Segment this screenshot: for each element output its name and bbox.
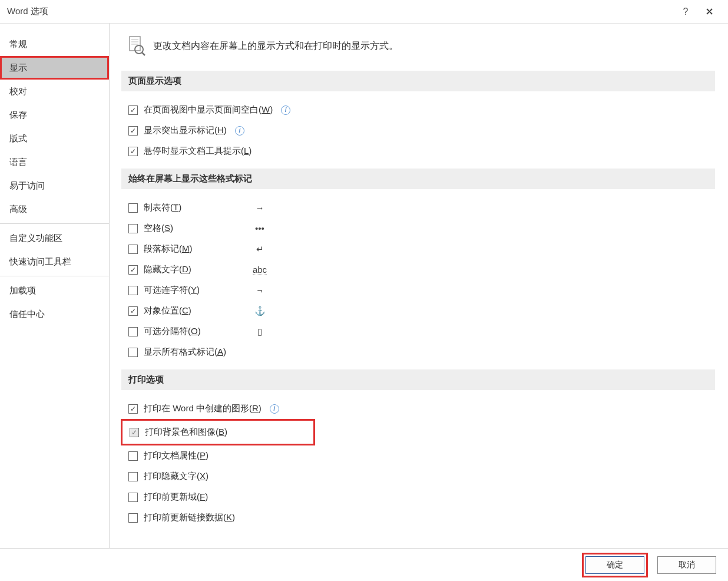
option-label: 显示突出显示标记(H) bbox=[144, 125, 227, 136]
option-label: 对象位置(C) bbox=[144, 305, 191, 316]
format-symbol: ▯ bbox=[251, 326, 269, 337]
titlebar: Word 选项 ? ✕ bbox=[0, 0, 728, 24]
format-marks-opt-5: 对象位置(C)⚓ bbox=[121, 301, 728, 321]
sidebar-item-版式[interactable]: 版式 bbox=[0, 127, 109, 150]
checkbox[interactable] bbox=[128, 245, 138, 254]
option-label: 显示所有格式标记(A) bbox=[144, 346, 226, 358]
option-label: 打印文档属性(P) bbox=[144, 450, 209, 461]
checkbox[interactable] bbox=[128, 451, 138, 461]
sidebar-item-易于访问[interactable]: 易于访问 bbox=[0, 174, 109, 197]
format-symbol: ↵ bbox=[251, 244, 269, 255]
dialog-title: Word 选项 bbox=[7, 6, 674, 17]
checkbox[interactable] bbox=[128, 472, 138, 481]
info-icon[interactable]: i bbox=[281, 105, 290, 115]
section-page-display: 页面显示选项 bbox=[121, 71, 715, 91]
sidebar-item-保存[interactable]: 保存 bbox=[0, 103, 109, 127]
sidebar-item-语言[interactable]: 语言 bbox=[0, 150, 109, 174]
info-icon[interactable]: i bbox=[270, 404, 279, 414]
option-label: 打印背景色和图像(B) bbox=[145, 427, 227, 438]
page-magnifier-icon bbox=[127, 35, 146, 57]
option-label: 可选连字符(Y) bbox=[144, 285, 200, 296]
page-display-opt-1: 显示突出显示标记(H)i bbox=[121, 120, 728, 141]
help-icon[interactable]: ? bbox=[674, 6, 697, 17]
print-opts-opt-4: 打印前更新域(F) bbox=[121, 487, 728, 507]
sidebar-item-显示[interactable]: 显示 bbox=[0, 56, 109, 80]
print-opts-opt-5: 打印前更新链接数据(K) bbox=[121, 507, 728, 528]
page-display-opt-2: 悬停时显示文档工具提示(L) bbox=[121, 141, 728, 161]
sidebar-item-高级[interactable]: 高级 bbox=[0, 197, 109, 221]
sidebar: 常规显示校对保存版式语言易于访问高级自定义功能区快速访问工具栏加载项信任中心 bbox=[0, 24, 110, 548]
format-marks-opt-7: 显示所有格式标记(A) bbox=[121, 342, 728, 362]
checkbox[interactable] bbox=[128, 306, 138, 316]
option-label: 打印前更新域(F) bbox=[144, 491, 208, 503]
format-symbol: ⚓ bbox=[251, 306, 269, 316]
print-opts-opt-2: 打印文档属性(P) bbox=[121, 445, 728, 466]
dialog-footer: 确定 取消 bbox=[0, 548, 728, 581]
info-icon[interactable]: i bbox=[235, 126, 244, 136]
checkbox[interactable] bbox=[128, 404, 138, 414]
format-marks-opt-2: 段落标记(M)↵ bbox=[121, 239, 728, 259]
svg-line-5 bbox=[142, 52, 145, 55]
option-label: 打印前更新链接数据(K) bbox=[144, 512, 235, 523]
format-marks-opt-4: 可选连字符(Y)¬ bbox=[121, 280, 728, 301]
checkbox[interactable] bbox=[128, 493, 138, 502]
checkbox[interactable] bbox=[128, 147, 138, 156]
sidebar-item-快速访问工具栏[interactable]: 快速访问工具栏 bbox=[0, 250, 109, 273]
content-pane: 更改文档内容在屏幕上的显示方式和在打印时的显示方式。 页面显示选项 在页面视图中… bbox=[110, 24, 728, 548]
option-label: 段落标记(M) bbox=[144, 243, 193, 255]
sidebar-item-校对[interactable]: 校对 bbox=[0, 80, 109, 103]
option-label: 空格(S) bbox=[144, 223, 173, 234]
option-label: 打印隐藏文字(X) bbox=[144, 471, 209, 482]
format-marks-opt-6: 可选分隔符(O)▯ bbox=[121, 321, 728, 342]
checkbox[interactable] bbox=[128, 513, 138, 523]
checkbox[interactable] bbox=[128, 348, 138, 357]
checkbox[interactable] bbox=[128, 286, 138, 295]
format-marks-opt-0: 制表符(T)→ bbox=[121, 197, 728, 218]
option-label: 可选分隔符(O) bbox=[144, 326, 201, 337]
page-display-opt-0: 在页面视图中显示页面间空白(W)i bbox=[121, 100, 728, 120]
sidebar-item-自定义功能区[interactable]: 自定义功能区 bbox=[0, 226, 109, 250]
option-label: 打印在 Word 中创建的图形(R) bbox=[144, 403, 262, 414]
sidebar-item-加载项[interactable]: 加载项 bbox=[0, 279, 109, 302]
checkbox[interactable] bbox=[128, 105, 138, 115]
section-print-opts: 打印选项 bbox=[121, 369, 715, 390]
format-symbol: ¬ bbox=[251, 285, 269, 295]
checkbox[interactable] bbox=[128, 327, 138, 336]
checkbox[interactable] bbox=[128, 126, 138, 136]
format-marks-opt-3: 隐藏文字(D)abc bbox=[121, 259, 728, 280]
format-marks-opt-1: 空格(S)••• bbox=[121, 218, 728, 239]
section-format-marks: 始终在屏幕上显示这些格式标记 bbox=[121, 169, 715, 189]
option-label: 在页面视图中显示页面间空白(W) bbox=[144, 104, 273, 115]
checkbox[interactable] bbox=[130, 428, 139, 437]
svg-point-4 bbox=[135, 45, 143, 54]
format-symbol: ••• bbox=[251, 223, 269, 233]
ok-button[interactable]: 确定 bbox=[585, 556, 644, 574]
print-opts-opt-3: 打印隐藏文字(X) bbox=[121, 466, 728, 487]
format-symbol: → bbox=[251, 203, 269, 213]
cancel-button[interactable]: 取消 bbox=[657, 556, 716, 574]
checkbox[interactable] bbox=[128, 224, 138, 233]
checkbox[interactable] bbox=[128, 265, 138, 275]
option-label: 隐藏文字(D) bbox=[144, 264, 191, 275]
format-symbol: abc bbox=[251, 265, 269, 275]
checkbox[interactable] bbox=[128, 203, 138, 213]
intro-text: 更改文档内容在屏幕上的显示方式和在打印时的显示方式。 bbox=[153, 40, 398, 52]
sidebar-item-常规[interactable]: 常规 bbox=[0, 32, 109, 56]
close-icon[interactable]: ✕ bbox=[697, 5, 721, 18]
sidebar-item-信任中心[interactable]: 信任中心 bbox=[0, 302, 109, 326]
print-opts-opt-0: 打印在 Word 中创建的图形(R)i bbox=[121, 398, 728, 419]
print-opts-opt-1: 打印背景色和图像(B) bbox=[123, 422, 313, 443]
option-label: 悬停时显示文档工具提示(L) bbox=[144, 146, 252, 157]
option-label: 制表符(T) bbox=[144, 202, 181, 213]
